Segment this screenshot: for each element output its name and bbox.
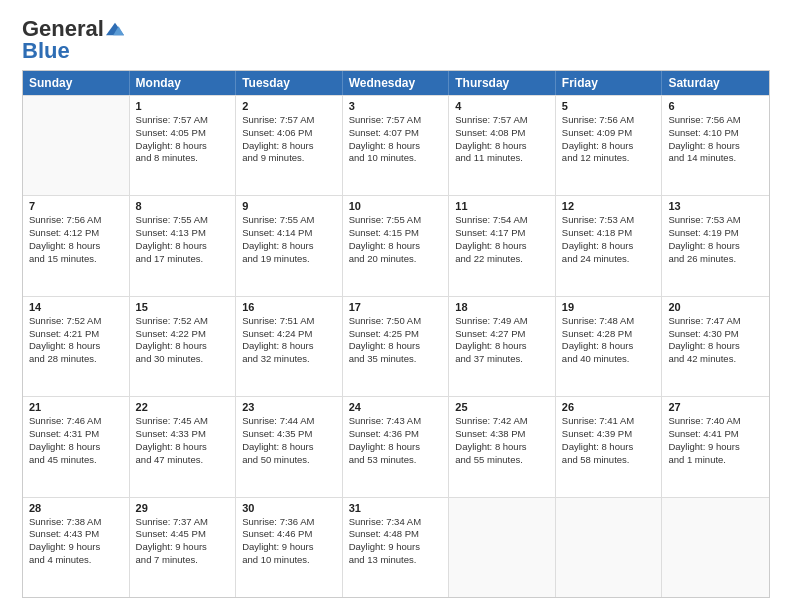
daylight-line1: Daylight: 9 hours: [242, 541, 336, 554]
sunset-text: Sunset: 4:39 PM: [562, 428, 656, 441]
daylight-line2: and 35 minutes.: [349, 353, 443, 366]
day-number: 26: [562, 401, 656, 413]
daylight-line1: Daylight: 8 hours: [668, 340, 763, 353]
day-number: 14: [29, 301, 123, 313]
sunset-text: Sunset: 4:31 PM: [29, 428, 123, 441]
daylight-line2: and 40 minutes.: [562, 353, 656, 366]
daylight-line2: and 53 minutes.: [349, 454, 443, 467]
sunset-text: Sunset: 4:36 PM: [349, 428, 443, 441]
daylight-line1: Daylight: 8 hours: [562, 441, 656, 454]
daylight-line2: and 9 minutes.: [242, 152, 336, 165]
day-cell-4: 4Sunrise: 7:57 AMSunset: 4:08 PMDaylight…: [449, 96, 556, 195]
day-cell-18: 18Sunrise: 7:49 AMSunset: 4:27 PMDayligh…: [449, 297, 556, 396]
day-number: 30: [242, 502, 336, 514]
day-cell-19: 19Sunrise: 7:48 AMSunset: 4:28 PMDayligh…: [556, 297, 663, 396]
calendar-body: 1Sunrise: 7:57 AMSunset: 4:05 PMDaylight…: [23, 95, 769, 597]
sunrise-text: Sunrise: 7:47 AM: [668, 315, 763, 328]
week-row-3: 14Sunrise: 7:52 AMSunset: 4:21 PMDayligh…: [23, 296, 769, 396]
day-number: 12: [562, 200, 656, 212]
sunrise-text: Sunrise: 7:57 AM: [136, 114, 230, 127]
daylight-line1: Daylight: 8 hours: [455, 340, 549, 353]
logo-blue-text: Blue: [22, 40, 70, 62]
daylight-line2: and 22 minutes.: [455, 253, 549, 266]
header: General Blue: [22, 18, 770, 62]
sunset-text: Sunset: 4:45 PM: [136, 528, 230, 541]
daylight-line1: Daylight: 8 hours: [668, 140, 763, 153]
calendar-header: SundayMondayTuesdayWednesdayThursdayFrid…: [23, 71, 769, 95]
day-number: 11: [455, 200, 549, 212]
day-cell-2: 2Sunrise: 7:57 AMSunset: 4:06 PMDaylight…: [236, 96, 343, 195]
sunrise-text: Sunrise: 7:43 AM: [349, 415, 443, 428]
sunset-text: Sunset: 4:12 PM: [29, 227, 123, 240]
daylight-line2: and 26 minutes.: [668, 253, 763, 266]
daylight-line2: and 4 minutes.: [29, 554, 123, 567]
sunrise-text: Sunrise: 7:41 AM: [562, 415, 656, 428]
sunset-text: Sunset: 4:13 PM: [136, 227, 230, 240]
sunset-text: Sunset: 4:06 PM: [242, 127, 336, 140]
daylight-line1: Daylight: 8 hours: [455, 441, 549, 454]
sunrise-text: Sunrise: 7:45 AM: [136, 415, 230, 428]
day-cell-23: 23Sunrise: 7:44 AMSunset: 4:35 PMDayligh…: [236, 397, 343, 496]
day-cell-30: 30Sunrise: 7:36 AMSunset: 4:46 PMDayligh…: [236, 498, 343, 597]
day-number: 21: [29, 401, 123, 413]
day-cell-31: 31Sunrise: 7:34 AMSunset: 4:48 PMDayligh…: [343, 498, 450, 597]
daylight-line1: Daylight: 9 hours: [29, 541, 123, 554]
day-number: 8: [136, 200, 230, 212]
daylight-line2: and 20 minutes.: [349, 253, 443, 266]
day-number: 18: [455, 301, 549, 313]
daylight-line1: Daylight: 8 hours: [242, 441, 336, 454]
header-cell-thursday: Thursday: [449, 71, 556, 95]
logo-icon: [106, 22, 124, 36]
sunrise-text: Sunrise: 7:56 AM: [562, 114, 656, 127]
daylight-line1: Daylight: 8 hours: [562, 140, 656, 153]
sunrise-text: Sunrise: 7:52 AM: [136, 315, 230, 328]
sunrise-text: Sunrise: 7:57 AM: [242, 114, 336, 127]
daylight-line1: Daylight: 9 hours: [136, 541, 230, 554]
daylight-line1: Daylight: 8 hours: [242, 240, 336, 253]
day-cell-8: 8Sunrise: 7:55 AMSunset: 4:13 PMDaylight…: [130, 196, 237, 295]
week-row-4: 21Sunrise: 7:46 AMSunset: 4:31 PMDayligh…: [23, 396, 769, 496]
empty-cell: [23, 96, 130, 195]
sunrise-text: Sunrise: 7:50 AM: [349, 315, 443, 328]
daylight-line2: and 58 minutes.: [562, 454, 656, 467]
sunrise-text: Sunrise: 7:53 AM: [562, 214, 656, 227]
daylight-line1: Daylight: 8 hours: [562, 340, 656, 353]
sunrise-text: Sunrise: 7:44 AM: [242, 415, 336, 428]
header-cell-monday: Monday: [130, 71, 237, 95]
sunset-text: Sunset: 4:30 PM: [668, 328, 763, 341]
daylight-line2: and 13 minutes.: [349, 554, 443, 567]
daylight-line1: Daylight: 8 hours: [349, 441, 443, 454]
header-cell-friday: Friday: [556, 71, 663, 95]
day-cell-25: 25Sunrise: 7:42 AMSunset: 4:38 PMDayligh…: [449, 397, 556, 496]
day-cell-20: 20Sunrise: 7:47 AMSunset: 4:30 PMDayligh…: [662, 297, 769, 396]
sunset-text: Sunset: 4:17 PM: [455, 227, 549, 240]
sunset-text: Sunset: 4:21 PM: [29, 328, 123, 341]
daylight-line2: and 45 minutes.: [29, 454, 123, 467]
day-cell-22: 22Sunrise: 7:45 AMSunset: 4:33 PMDayligh…: [130, 397, 237, 496]
day-cell-14: 14Sunrise: 7:52 AMSunset: 4:21 PMDayligh…: [23, 297, 130, 396]
sunset-text: Sunset: 4:25 PM: [349, 328, 443, 341]
day-cell-5: 5Sunrise: 7:56 AMSunset: 4:09 PMDaylight…: [556, 96, 663, 195]
header-cell-tuesday: Tuesday: [236, 71, 343, 95]
day-cell-17: 17Sunrise: 7:50 AMSunset: 4:25 PMDayligh…: [343, 297, 450, 396]
empty-cell: [662, 498, 769, 597]
day-number: 6: [668, 100, 763, 112]
sunrise-text: Sunrise: 7:55 AM: [136, 214, 230, 227]
daylight-line1: Daylight: 8 hours: [136, 441, 230, 454]
sunrise-text: Sunrise: 7:57 AM: [455, 114, 549, 127]
day-cell-3: 3Sunrise: 7:57 AMSunset: 4:07 PMDaylight…: [343, 96, 450, 195]
daylight-line2: and 19 minutes.: [242, 253, 336, 266]
daylight-line2: and 1 minute.: [668, 454, 763, 467]
sunrise-text: Sunrise: 7:56 AM: [668, 114, 763, 127]
day-cell-21: 21Sunrise: 7:46 AMSunset: 4:31 PMDayligh…: [23, 397, 130, 496]
day-cell-27: 27Sunrise: 7:40 AMSunset: 4:41 PMDayligh…: [662, 397, 769, 496]
day-number: 1: [136, 100, 230, 112]
daylight-line1: Daylight: 8 hours: [349, 340, 443, 353]
sunrise-text: Sunrise: 7:49 AM: [455, 315, 549, 328]
daylight-line1: Daylight: 8 hours: [668, 240, 763, 253]
day-cell-28: 28Sunrise: 7:38 AMSunset: 4:43 PMDayligh…: [23, 498, 130, 597]
daylight-line1: Daylight: 8 hours: [136, 140, 230, 153]
sunset-text: Sunset: 4:24 PM: [242, 328, 336, 341]
sunrise-text: Sunrise: 7:56 AM: [29, 214, 123, 227]
day-number: 15: [136, 301, 230, 313]
